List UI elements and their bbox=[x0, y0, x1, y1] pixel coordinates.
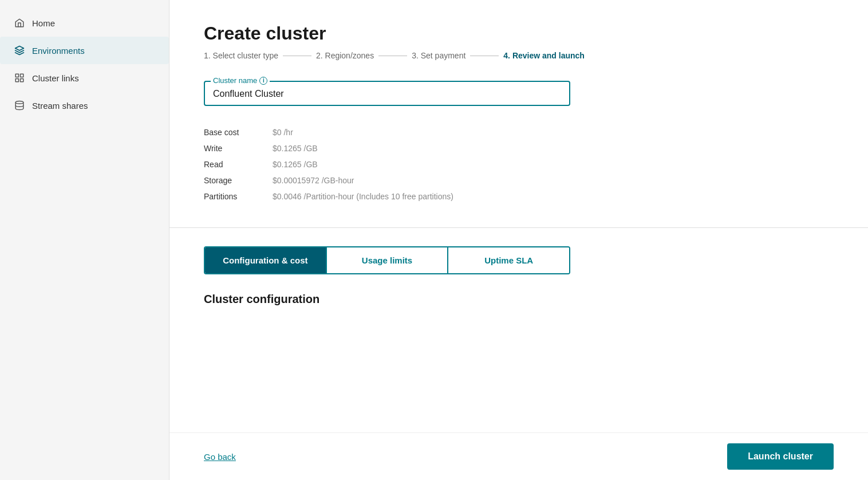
sidebar: Home Environments Cluster links Stream s… bbox=[0, 0, 169, 480]
svg-rect-3 bbox=[15, 79, 18, 82]
main-panel: Create cluster 1. Select cluster type 2.… bbox=[169, 0, 868, 480]
step-4: 4. Review and launch bbox=[503, 51, 585, 60]
stepper-line-3 bbox=[470, 56, 499, 56]
tab-usage-limits[interactable]: Usage limits bbox=[326, 247, 448, 273]
cost-row-base: Base cost $0 /hr bbox=[204, 124, 834, 140]
sidebar-item-home-label: Home bbox=[32, 18, 55, 28]
launch-cluster-button[interactable]: Launch cluster bbox=[727, 443, 834, 470]
sidebar-item-environments-label: Environments bbox=[32, 46, 85, 56]
cluster-configuration-title: Cluster configuration bbox=[204, 293, 834, 306]
step-1: 1. Select cluster type bbox=[204, 51, 278, 60]
sidebar-item-home[interactable]: Home bbox=[0, 9, 169, 37]
main-content: Create cluster 1. Select cluster type 2.… bbox=[169, 0, 868, 432]
sidebar-item-environments[interactable]: Environments bbox=[0, 37, 169, 64]
svg-rect-1 bbox=[15, 74, 18, 77]
svg-rect-4 bbox=[21, 79, 23, 82]
stepper-line-1 bbox=[283, 56, 311, 56]
sidebar-item-stream-shares[interactable]: Stream shares bbox=[0, 92, 169, 119]
step-3: 3. Set payment bbox=[412, 51, 465, 60]
tab-config-cost[interactable]: Configuration & cost bbox=[205, 247, 326, 273]
cost-label-storage: Storage bbox=[204, 176, 273, 185]
svg-rect-2 bbox=[21, 74, 23, 77]
sidebar-item-cluster-links[interactable]: Cluster links bbox=[0, 64, 169, 92]
svg-point-5 bbox=[15, 101, 23, 104]
cost-row-read: Read $0.1265 /GB bbox=[204, 156, 834, 172]
cylinder-icon bbox=[14, 100, 25, 111]
footer-bar: Go back Launch cluster bbox=[169, 432, 868, 480]
cost-value-base: $0 /hr bbox=[273, 128, 293, 137]
go-back-button[interactable]: Go back bbox=[204, 452, 236, 462]
cost-value-partitions: $0.0046 /Partition-hour (Includes 10 fre… bbox=[273, 192, 453, 201]
sidebar-item-stream-shares-label: Stream shares bbox=[32, 101, 88, 111]
cost-value-storage: $0.00015972 /GB-hour bbox=[273, 176, 354, 185]
svg-marker-0 bbox=[15, 46, 24, 51]
cost-label-base: Base cost bbox=[204, 128, 273, 137]
tab-uptime-sla[interactable]: Uptime SLA bbox=[447, 247, 569, 273]
home-icon bbox=[14, 17, 25, 29]
cluster-name-label: Cluster name i bbox=[211, 76, 270, 85]
cost-row-partitions: Partitions $0.0046 /Partition-hour (Incl… bbox=[204, 188, 834, 204]
tabs-bar: Configuration & cost Usage limits Uptime… bbox=[204, 246, 570, 274]
stepper-line-2 bbox=[378, 56, 407, 56]
grid-icon bbox=[14, 72, 25, 84]
section-divider bbox=[169, 227, 868, 228]
page-title: Create cluster bbox=[204, 23, 834, 44]
sidebar-item-cluster-links-label: Cluster links bbox=[32, 73, 79, 83]
cost-row-write: Write $0.1265 /GB bbox=[204, 140, 834, 156]
stepper: 1. Select cluster type 2. Region/zones 3… bbox=[204, 51, 834, 60]
cluster-name-input[interactable] bbox=[213, 86, 561, 99]
step-2: 2. Region/zones bbox=[316, 51, 374, 60]
cost-table: Base cost $0 /hr Write $0.1265 /GB Read … bbox=[204, 124, 834, 204]
cluster-name-field: Cluster name i bbox=[204, 81, 570, 106]
cost-label-partitions: Partitions bbox=[204, 192, 273, 201]
cost-label-read: Read bbox=[204, 160, 273, 169]
cost-value-read: $0.1265 /GB bbox=[273, 160, 318, 169]
cost-row-storage: Storage $0.00015972 /GB-hour bbox=[204, 172, 834, 188]
cluster-name-info-icon[interactable]: i bbox=[259, 77, 267, 85]
cost-value-write: $0.1265 /GB bbox=[273, 144, 318, 153]
layers-icon bbox=[14, 45, 25, 56]
cost-label-write: Write bbox=[204, 144, 273, 153]
